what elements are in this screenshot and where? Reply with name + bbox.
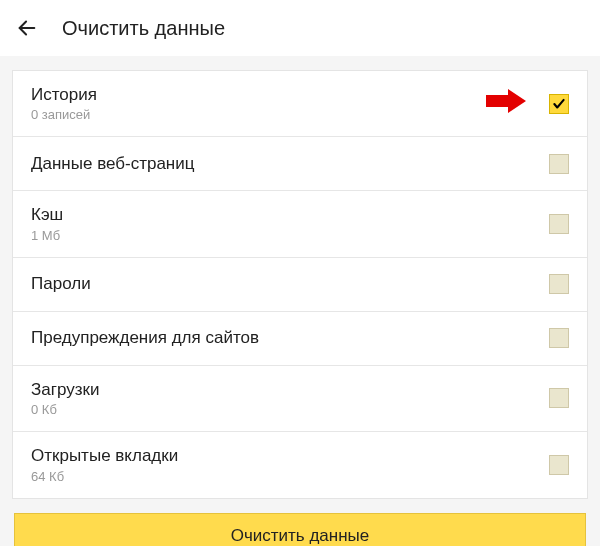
row-title: История — [31, 85, 549, 105]
back-icon[interactable] — [16, 17, 38, 39]
row-subtitle: 1 Мб — [31, 228, 549, 243]
row-history[interactable]: История 0 записей — [13, 71, 587, 137]
row-subtitle: 0 записей — [31, 107, 549, 122]
row-title: Кэш — [31, 205, 549, 225]
row-subtitle: 0 Кб — [31, 402, 549, 417]
row-title: Загрузки — [31, 380, 549, 400]
checkbox-site-warnings[interactable] — [549, 328, 569, 348]
row-cache[interactable]: Кэш 1 Мб — [13, 191, 587, 257]
row-open-tabs[interactable]: Открытые вкладки 64 Кб — [13, 432, 587, 497]
row-downloads[interactable]: Загрузки 0 Кб — [13, 366, 587, 432]
checkbox-passwords[interactable] — [549, 274, 569, 294]
row-title: Пароли — [31, 274, 549, 294]
row-title: Предупреждения для сайтов — [31, 328, 549, 348]
checkbox-downloads[interactable] — [549, 388, 569, 408]
clear-data-button[interactable]: Очистить данные — [14, 513, 586, 546]
page-title: Очистить данные — [62, 17, 225, 40]
row-title: Данные веб-страниц — [31, 154, 549, 174]
checkbox-webpage-data[interactable] — [549, 154, 569, 174]
row-subtitle: 64 Кб — [31, 469, 549, 484]
row-webpage-data[interactable]: Данные веб-страниц — [13, 137, 587, 191]
row-site-warnings[interactable]: Предупреждения для сайтов — [13, 312, 587, 366]
clear-data-list: История 0 записей Данные веб-страниц Кэш… — [12, 70, 588, 499]
checkbox-history[interactable] — [549, 94, 569, 114]
checkbox-cache[interactable] — [549, 214, 569, 234]
row-title: Открытые вкладки — [31, 446, 549, 466]
row-passwords[interactable]: Пароли — [13, 258, 587, 312]
header: Очистить данные — [0, 0, 600, 56]
checkbox-open-tabs[interactable] — [549, 455, 569, 475]
